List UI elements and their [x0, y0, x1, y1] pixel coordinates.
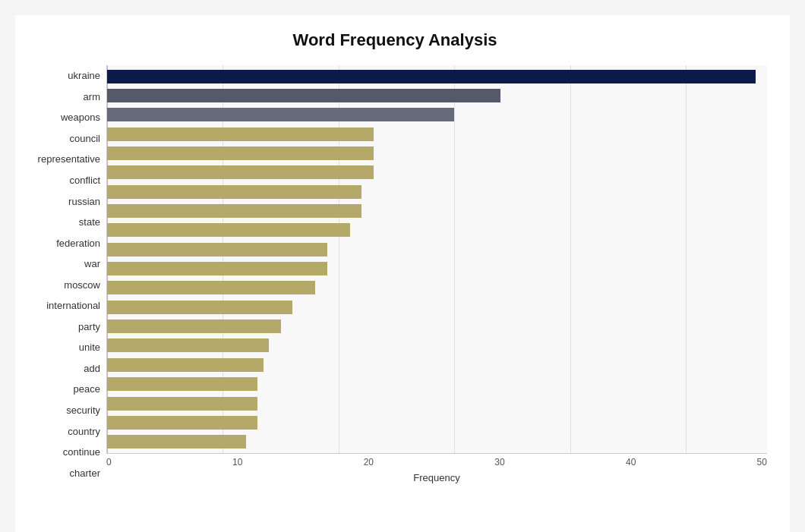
- y-label: international: [46, 297, 100, 315]
- bar-international: [107, 281, 315, 294]
- bar-row: [107, 260, 767, 277]
- bar-row: [107, 318, 767, 335]
- chart-area: ukrainearmweaponscouncilrepresentativeco…: [23, 65, 767, 483]
- bar-row: [107, 145, 767, 162]
- bar-russian: [107, 185, 361, 199]
- bars-area: [106, 65, 767, 454]
- bar-row: [107, 337, 767, 354]
- bar-row: [107, 241, 767, 258]
- y-label: federation: [56, 234, 100, 252]
- y-label: charter: [70, 464, 100, 482]
- bar-row: [107, 357, 767, 373]
- x-axis: 01020304050: [106, 454, 767, 467]
- y-label: war: [84, 255, 100, 273]
- y-axis: ukrainearmweaponscouncilrepresentativeco…: [23, 65, 106, 483]
- y-label: representative: [38, 150, 100, 168]
- y-label: peace: [74, 380, 100, 398]
- bar-representative: [107, 146, 374, 160]
- bar-row: [107, 376, 767, 392]
- bar-weapons: [107, 108, 454, 121]
- bar-unite: [107, 320, 281, 333]
- bar-add: [107, 338, 269, 352]
- x-tick: 30: [494, 457, 504, 467]
- bar-state: [107, 204, 361, 218]
- bar-row: [107, 87, 767, 104]
- bar-security: [107, 377, 257, 391]
- bar-continue: [107, 416, 257, 430]
- y-label: security: [66, 401, 100, 420]
- bar-row: [107, 279, 767, 296]
- x-tick: 20: [364, 457, 374, 467]
- bar-row: [107, 126, 767, 143]
- x-tick: 10: [232, 457, 242, 467]
- x-tick: 50: [757, 457, 767, 467]
- y-label: ukraine: [68, 67, 100, 85]
- bar-federation: [107, 223, 350, 237]
- bar-row: [107, 184, 767, 200]
- y-label: moscow: [64, 275, 100, 294]
- y-label: conflict: [70, 172, 100, 190]
- y-label: unite: [79, 338, 100, 357]
- y-label: continue: [63, 443, 100, 461]
- x-axis-label: Frequency: [106, 472, 767, 483]
- bar-country: [107, 397, 257, 411]
- bar-row: [107, 433, 767, 450]
- bar-row: [107, 68, 767, 85]
- bar-row: [107, 414, 767, 431]
- y-label: arm: [84, 87, 100, 105]
- chart-title: Word Frequency Analysis: [23, 30, 767, 50]
- bar-row: [107, 222, 767, 238]
- bar-peace: [107, 358, 264, 372]
- bar-arm: [107, 89, 500, 102]
- chart-container: Word Frequency Analysis ukrainearmweapon…: [15, 15, 790, 532]
- y-label: russian: [68, 192, 100, 210]
- y-label: add: [84, 359, 100, 377]
- x-tick: 0: [106, 457, 112, 467]
- bar-row: [107, 395, 767, 412]
- bars-and-x: 01020304050 Frequency: [106, 65, 767, 483]
- x-tick: 40: [626, 457, 636, 467]
- bar-conflict: [107, 165, 374, 179]
- y-label: weapons: [61, 109, 100, 127]
- y-label: council: [70, 129, 100, 147]
- bar-war: [107, 243, 327, 257]
- bar-ukraine: [107, 70, 756, 83]
- bar-row: [107, 106, 767, 123]
- bar-council: [107, 127, 374, 141]
- bar-row: [107, 164, 767, 181]
- bar-row: [107, 203, 767, 219]
- y-label: party: [78, 317, 100, 335]
- bar-moscow: [107, 262, 327, 275]
- bar-row: [107, 299, 767, 316]
- bar-charter: [107, 435, 246, 449]
- y-label: state: [79, 213, 100, 231]
- y-label: country: [68, 422, 100, 440]
- bar-party: [107, 301, 292, 314]
